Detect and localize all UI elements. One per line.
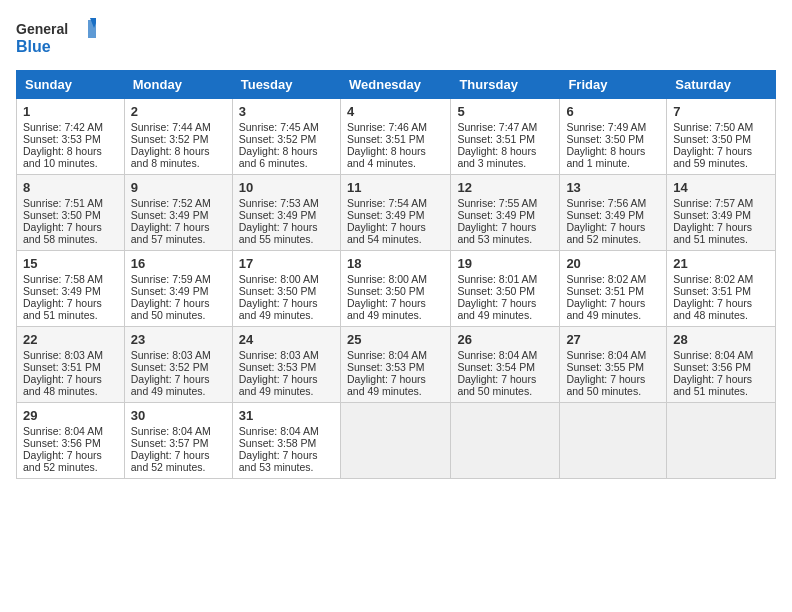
calendar-row-3: 15 Sunrise: 7:58 AM Sunset: 3:49 PM Dayl… xyxy=(17,251,776,327)
sunrise-16: Sunrise: 7:59 AM xyxy=(131,273,211,285)
sunset-15: Sunset: 3:49 PM xyxy=(23,285,101,297)
day-cell-31: 31 Sunrise: 8:04 AM Sunset: 3:58 PM Dayl… xyxy=(232,403,340,479)
sunrise-5: Sunrise: 7:47 AM xyxy=(457,121,537,133)
sunset-5: Sunset: 3:51 PM xyxy=(457,133,535,145)
svg-text:General: General xyxy=(16,21,68,37)
empty-cell xyxy=(560,403,667,479)
sunrise-7: Sunrise: 7:50 AM xyxy=(673,121,753,133)
day-number-28: 28 xyxy=(673,332,769,347)
daylight-11: Daylight: 7 hours and 54 minutes. xyxy=(347,221,426,245)
col-monday: Monday xyxy=(124,71,232,99)
day-cell-4: 4 Sunrise: 7:46 AM Sunset: 3:51 PM Dayli… xyxy=(340,99,450,175)
sunset-27: Sunset: 3:55 PM xyxy=(566,361,644,373)
day-cell-29: 29 Sunrise: 8:04 AM Sunset: 3:56 PM Dayl… xyxy=(17,403,125,479)
day-cell-9: 9 Sunrise: 7:52 AM Sunset: 3:49 PM Dayli… xyxy=(124,175,232,251)
calendar-row-2: 8 Sunrise: 7:51 AM Sunset: 3:50 PM Dayli… xyxy=(17,175,776,251)
sunrise-3: Sunrise: 7:45 AM xyxy=(239,121,319,133)
daylight-22: Daylight: 7 hours and 48 minutes. xyxy=(23,373,102,397)
sunset-2: Sunset: 3:52 PM xyxy=(131,133,209,145)
sunrise-6: Sunrise: 7:49 AM xyxy=(566,121,646,133)
day-cell-10: 10 Sunrise: 7:53 AM Sunset: 3:49 PM Dayl… xyxy=(232,175,340,251)
sunset-29: Sunset: 3:56 PM xyxy=(23,437,101,449)
day-number-20: 20 xyxy=(566,256,660,271)
sunset-20: Sunset: 3:51 PM xyxy=(566,285,644,297)
sunset-1: Sunset: 3:53 PM xyxy=(23,133,101,145)
daylight-19: Daylight: 7 hours and 49 minutes. xyxy=(457,297,536,321)
daylight-6: Daylight: 8 hours and 1 minute. xyxy=(566,145,645,169)
day-cell-19: 19 Sunrise: 8:01 AM Sunset: 3:50 PM Dayl… xyxy=(451,251,560,327)
sunrise-2: Sunrise: 7:44 AM xyxy=(131,121,211,133)
day-number-23: 23 xyxy=(131,332,226,347)
col-saturday: Saturday xyxy=(667,71,776,99)
day-number-8: 8 xyxy=(23,180,118,195)
sunset-4: Sunset: 3:51 PM xyxy=(347,133,425,145)
day-number-17: 17 xyxy=(239,256,334,271)
day-cell-18: 18 Sunrise: 8:00 AM Sunset: 3:50 PM Dayl… xyxy=(340,251,450,327)
day-number-12: 12 xyxy=(457,180,553,195)
day-number-4: 4 xyxy=(347,104,444,119)
col-sunday: Sunday xyxy=(17,71,125,99)
sunrise-26: Sunrise: 8:04 AM xyxy=(457,349,537,361)
sunrise-9: Sunrise: 7:52 AM xyxy=(131,197,211,209)
day-number-31: 31 xyxy=(239,408,334,423)
day-number-10: 10 xyxy=(239,180,334,195)
sunrise-21: Sunrise: 8:02 AM xyxy=(673,273,753,285)
sunset-28: Sunset: 3:56 PM xyxy=(673,361,751,373)
day-cell-13: 13 Sunrise: 7:56 AM Sunset: 3:49 PM Dayl… xyxy=(560,175,667,251)
daylight-26: Daylight: 7 hours and 50 minutes. xyxy=(457,373,536,397)
sunrise-31: Sunrise: 8:04 AM xyxy=(239,425,319,437)
daylight-4: Daylight: 8 hours and 4 minutes. xyxy=(347,145,426,169)
day-number-26: 26 xyxy=(457,332,553,347)
sunset-9: Sunset: 3:49 PM xyxy=(131,209,209,221)
day-number-19: 19 xyxy=(457,256,553,271)
sunset-16: Sunset: 3:49 PM xyxy=(131,285,209,297)
day-cell-16: 16 Sunrise: 7:59 AM Sunset: 3:49 PM Dayl… xyxy=(124,251,232,327)
calendar-row-5: 29 Sunrise: 8:04 AM Sunset: 3:56 PM Dayl… xyxy=(17,403,776,479)
day-cell-7: 7 Sunrise: 7:50 AM Sunset: 3:50 PM Dayli… xyxy=(667,99,776,175)
day-number-1: 1 xyxy=(23,104,118,119)
sunrise-14: Sunrise: 7:57 AM xyxy=(673,197,753,209)
daylight-3: Daylight: 8 hours and 6 minutes. xyxy=(239,145,318,169)
daylight-28: Daylight: 7 hours and 51 minutes. xyxy=(673,373,752,397)
sunset-23: Sunset: 3:52 PM xyxy=(131,361,209,373)
sunset-18: Sunset: 3:50 PM xyxy=(347,285,425,297)
logo-svg: General Blue xyxy=(16,16,96,58)
day-number-14: 14 xyxy=(673,180,769,195)
sunrise-12: Sunrise: 7:55 AM xyxy=(457,197,537,209)
sunset-10: Sunset: 3:49 PM xyxy=(239,209,317,221)
sunrise-19: Sunrise: 8:01 AM xyxy=(457,273,537,285)
daylight-5: Daylight: 8 hours and 3 minutes. xyxy=(457,145,536,169)
sunrise-29: Sunrise: 8:04 AM xyxy=(23,425,103,437)
day-number-7: 7 xyxy=(673,104,769,119)
sunrise-27: Sunrise: 8:04 AM xyxy=(566,349,646,361)
day-cell-17: 17 Sunrise: 8:00 AM Sunset: 3:50 PM Dayl… xyxy=(232,251,340,327)
daylight-21: Daylight: 7 hours and 48 minutes. xyxy=(673,297,752,321)
day-number-13: 13 xyxy=(566,180,660,195)
daylight-13: Daylight: 7 hours and 52 minutes. xyxy=(566,221,645,245)
empty-cell xyxy=(451,403,560,479)
calendar-table: Sunday Monday Tuesday Wednesday Thursday… xyxy=(16,70,776,479)
day-cell-1: 1 Sunrise: 7:42 AM Sunset: 3:53 PM Dayli… xyxy=(17,99,125,175)
daylight-12: Daylight: 7 hours and 53 minutes. xyxy=(457,221,536,245)
sunset-25: Sunset: 3:53 PM xyxy=(347,361,425,373)
day-number-27: 27 xyxy=(566,332,660,347)
sunrise-15: Sunrise: 7:58 AM xyxy=(23,273,103,285)
daylight-17: Daylight: 7 hours and 49 minutes. xyxy=(239,297,318,321)
sunset-3: Sunset: 3:52 PM xyxy=(239,133,317,145)
daylight-16: Daylight: 7 hours and 50 minutes. xyxy=(131,297,210,321)
day-number-9: 9 xyxy=(131,180,226,195)
sunset-19: Sunset: 3:50 PM xyxy=(457,285,535,297)
page-header: General Blue xyxy=(16,16,776,58)
day-number-30: 30 xyxy=(131,408,226,423)
sunset-7: Sunset: 3:50 PM xyxy=(673,133,751,145)
day-cell-23: 23 Sunrise: 8:03 AM Sunset: 3:52 PM Dayl… xyxy=(124,327,232,403)
day-cell-5: 5 Sunrise: 7:47 AM Sunset: 3:51 PM Dayli… xyxy=(451,99,560,175)
sunrise-18: Sunrise: 8:00 AM xyxy=(347,273,427,285)
day-cell-22: 22 Sunrise: 8:03 AM Sunset: 3:51 PM Dayl… xyxy=(17,327,125,403)
sunrise-8: Sunrise: 7:51 AM xyxy=(23,197,103,209)
day-number-24: 24 xyxy=(239,332,334,347)
day-cell-12: 12 Sunrise: 7:55 AM Sunset: 3:49 PM Dayl… xyxy=(451,175,560,251)
sunset-26: Sunset: 3:54 PM xyxy=(457,361,535,373)
sunset-8: Sunset: 3:50 PM xyxy=(23,209,101,221)
sunrise-30: Sunrise: 8:04 AM xyxy=(131,425,211,437)
